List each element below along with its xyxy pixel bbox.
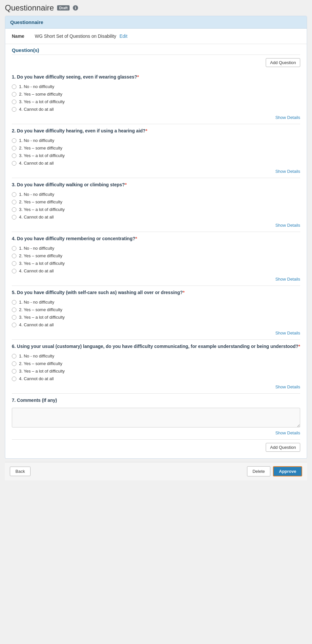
show-details-row-3: Show Details — [12, 221, 300, 229]
question-text-3: 3. Do you have difficulty walking or cli… — [12, 182, 300, 187]
option-label-3-4: 4. Cannot do at all — [19, 215, 54, 219]
question-block-5: 5. Do you have difficulty (with self-car… — [12, 286, 300, 340]
radio-3-4[interactable] — [12, 215, 16, 219]
radio-5-4[interactable] — [12, 323, 16, 327]
option-row-3-4: 4. Cannot do at all — [12, 213, 300, 221]
required-marker-5: * — [183, 290, 184, 295]
radio-1-1[interactable] — [12, 84, 16, 89]
approve-button[interactable]: Approve — [273, 466, 302, 476]
option-label-6-1: 1. No - no difficulty — [19, 354, 54, 358]
show-details-row-7: Show Details — [12, 428, 300, 437]
option-row-5-2: 2. Yes – some difficulty — [12, 306, 300, 313]
add-question-button-bottom[interactable]: Add Question — [266, 443, 300, 452]
right-buttons: Delete Approve — [247, 466, 302, 476]
show-details-link-2[interactable]: Show Details — [275, 169, 300, 174]
show-details-row-2: Show Details — [12, 167, 300, 175]
option-row-1-1: 1. No - no difficulty — [12, 83, 300, 90]
show-details-row-6: Show Details — [12, 382, 300, 391]
questions-section: Question(s) Add Question 1. Do you have … — [5, 44, 307, 458]
name-row: Name WG Short Set of Questions on Disabi… — [5, 29, 307, 44]
show-details-row-5: Show Details — [12, 329, 300, 337]
add-question-button-top[interactable]: Add Question — [266, 58, 300, 67]
option-row-5-3: 3. Yes – a lot of difficulty — [12, 313, 300, 321]
radio-3-3[interactable] — [12, 207, 16, 212]
show-details-link-5[interactable]: Show Details — [275, 331, 300, 335]
radio-2-2[interactable] — [12, 146, 16, 150]
radio-1-2[interactable] — [12, 92, 16, 97]
option-label-6-4: 4. Cannot do at all — [19, 376, 54, 381]
option-label-4-3: 3. Yes – a lot of difficulty — [19, 261, 65, 266]
radio-6-2[interactable] — [12, 361, 16, 366]
page-title-row: Questionnaire Draft ℹ — [5, 3, 307, 12]
radio-2-3[interactable] — [12, 153, 16, 158]
option-label-2-3: 3. Yes – a lot of difficulty — [19, 153, 65, 158]
radio-2-1[interactable] — [12, 138, 16, 143]
edit-link[interactable]: Edit — [119, 34, 127, 39]
option-row-1-2: 2. Yes – some difficulty — [12, 90, 300, 98]
show-details-link-4[interactable]: Show Details — [275, 277, 300, 282]
option-label-5-2: 2. Yes – some difficulty — [19, 307, 62, 312]
required-marker-1: * — [137, 74, 139, 80]
radio-5-2[interactable] — [12, 308, 16, 312]
comments-textarea[interactable] — [12, 408, 300, 427]
required-marker-2: * — [146, 128, 147, 133]
show-details-link-6[interactable]: Show Details — [275, 384, 300, 389]
option-label-5-4: 4. Cannot do at all — [19, 322, 54, 327]
option-label-4-2: 2. Yes – some difficulty — [19, 253, 62, 258]
question-block-6: 6. Using your usual (customary) language… — [12, 340, 300, 394]
option-label-6-3: 3. Yes – a lot of difficulty — [19, 369, 65, 374]
radio-4-3[interactable] — [12, 261, 16, 266]
radio-3-1[interactable] — [12, 192, 16, 197]
questionnaire-name-value: WG Short Set of Questions on Disability — [35, 34, 116, 39]
option-label-5-1: 1. No - no difficulty — [19, 300, 54, 305]
radio-1-4[interactable] — [12, 107, 16, 112]
option-row-4-4: 4. Cannot do at all — [12, 267, 300, 275]
option-row-4-1: 1. No - no difficulty — [12, 244, 300, 252]
show-details-link-3[interactable]: Show Details — [275, 223, 300, 228]
radio-5-1[interactable] — [12, 300, 16, 305]
show-details-link-7[interactable]: Show Details — [275, 430, 300, 435]
question-block-7: 7. Comments (If any)Show Details — [12, 394, 300, 440]
option-row-6-4: 4. Cannot do at all — [12, 375, 300, 382]
radio-1-3[interactable] — [12, 100, 16, 104]
info-icon[interactable]: ℹ — [73, 5, 78, 11]
option-row-4-3: 3. Yes – a lot of difficulty — [12, 260, 300, 267]
show-details-row-1: Show Details — [12, 113, 300, 121]
option-label-6-2: 2. Yes – some difficulty — [19, 361, 62, 366]
question-block-3: 3. Do you have difficulty walking or cli… — [12, 178, 300, 232]
delete-button[interactable]: Delete — [247, 466, 271, 476]
option-label-1-2: 2. Yes – some difficulty — [19, 92, 62, 97]
option-row-6-3: 3. Yes – a lot of difficulty — [12, 367, 300, 375]
radio-6-4[interactable] — [12, 377, 16, 381]
question-text-7: 7. Comments (If any) — [12, 398, 300, 403]
option-label-4-4: 4. Cannot do at all — [19, 268, 54, 273]
back-button[interactable]: Back — [10, 467, 31, 476]
option-row-1-4: 4. Cannot do at all — [12, 105, 300, 113]
option-label-4-1: 1. No - no difficulty — [19, 246, 54, 251]
questions-section-title: Question(s) — [12, 47, 300, 53]
option-label-3-3: 3. Yes – a lot of difficulty — [19, 207, 65, 212]
question-text-6: 6. Using your usual (customary) language… — [12, 344, 300, 349]
option-row-3-2: 2. Yes – some difficulty — [12, 198, 300, 206]
radio-3-2[interactable] — [12, 200, 16, 204]
question-text-5: 5. Do you have difficulty (with self-car… — [12, 290, 300, 295]
option-row-6-2: 2. Yes – some difficulty — [12, 360, 300, 367]
radio-5-3[interactable] — [12, 315, 16, 320]
question-text-2: 2. Do you have difficulty hearing, even … — [12, 128, 300, 133]
question-text-4: 4. Do you have difficulty remembering or… — [12, 236, 300, 241]
required-marker-3: * — [125, 182, 127, 187]
radio-6-1[interactable] — [12, 354, 16, 358]
add-question-row-top: Add Question — [12, 55, 300, 70]
required-marker-4: * — [135, 236, 137, 241]
option-row-2-3: 3. Yes – a lot of difficulty — [12, 152, 300, 159]
questions-container: 1. Do you have difficulty seeing, even i… — [12, 70, 300, 440]
radio-6-3[interactable] — [12, 369, 16, 374]
radio-4-4[interactable] — [12, 269, 16, 273]
option-row-4-2: 2. Yes – some difficulty — [12, 252, 300, 260]
option-row-3-1: 1. No - no difficulty — [12, 191, 300, 198]
radio-2-4[interactable] — [12, 161, 16, 166]
option-row-6-1: 1. No - no difficulty — [12, 352, 300, 360]
radio-4-2[interactable] — [12, 254, 16, 258]
radio-4-1[interactable] — [12, 246, 16, 251]
show-details-link-1[interactable]: Show Details — [275, 115, 300, 120]
